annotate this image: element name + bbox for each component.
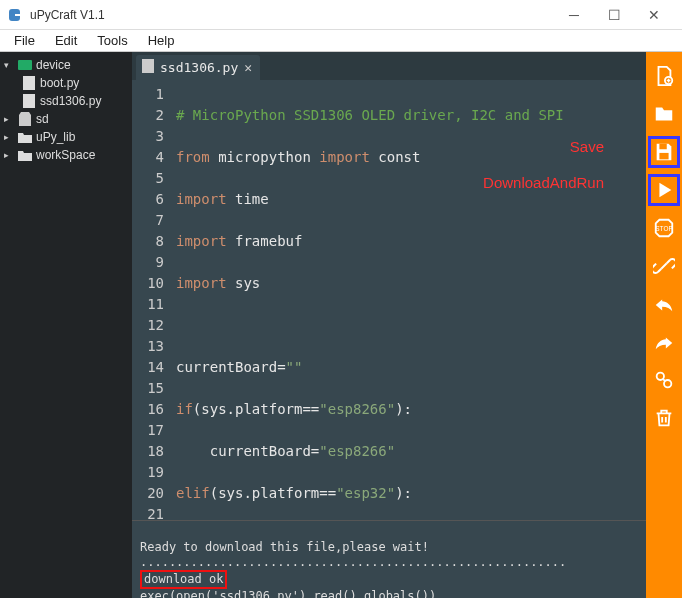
save-button[interactable] [650,138,678,166]
tree-label: workSpace [36,148,95,162]
menu-help[interactable]: Help [140,31,183,50]
open-file-button[interactable] [650,100,678,128]
editor-area: Save DownloadAndRun ssd1306.py ✕ 1 2 3 4… [132,52,646,598]
download-run-button[interactable] [650,176,678,204]
expand-icon: ▸ [4,114,14,124]
toolbar: STOP [646,52,682,598]
menu-tools[interactable]: Tools [89,31,135,50]
file-tree: ▾ device boot.py ssd1306.py ▸ sd ▸ uPy_l… [0,52,132,598]
tab-close-icon[interactable]: ✕ [244,60,252,75]
app-icon [8,7,24,23]
tree-label: uPy_lib [36,130,75,144]
code-editor[interactable]: 1 2 3 4 5 6 7 ▣8 9 ▣10 11 ▣12 13 14 15 1… [132,80,646,520]
minimize-button[interactable]: ─ [554,1,594,29]
new-file-button[interactable] [650,62,678,90]
window-title: uPyCraft V1.1 [30,8,554,22]
tree-upylib[interactable]: ▸ uPy_lib [0,128,132,146]
svg-rect-0 [18,60,32,70]
console-line: Ready to download this file,please wait! [140,540,429,554]
download-ok-highlight: download ok [140,570,227,589]
redo-button[interactable] [650,328,678,356]
undo-button[interactable] [650,290,678,318]
svg-point-10 [664,380,671,387]
svg-rect-5 [659,144,666,150]
tabbar: ssd1306.py ✕ [132,52,646,80]
board-icon [18,58,32,72]
tree-label: boot.py [40,76,79,90]
tree-workspace[interactable]: ▸ workSpace [0,146,132,164]
sd-icon [18,112,32,126]
titlebar: uPyCraft V1.1 ─ ☐ ✕ [0,0,682,30]
close-button[interactable]: ✕ [634,1,674,29]
tree-file-boot[interactable]: boot.py [0,74,132,92]
tree-label: ssd1306.py [40,94,101,108]
line-gutter: 1 2 3 4 5 6 7 ▣8 9 ▣10 11 ▣12 13 14 15 1… [132,80,170,520]
menu-file[interactable]: File [6,31,43,50]
svg-rect-2 [23,94,35,108]
connect-button[interactable] [650,252,678,280]
tree-label: sd [36,112,49,126]
file-icon [142,59,154,76]
svg-rect-6 [659,153,668,159]
maximize-button[interactable]: ☐ [594,1,634,29]
window-controls: ─ ☐ ✕ [554,1,674,29]
syntax-check-button[interactable] [650,366,678,394]
svg-point-9 [657,373,664,380]
tab-label: ssd1306.py [160,60,238,75]
tab-ssd1306[interactable]: ssd1306.py ✕ [136,55,260,80]
file-icon [22,76,36,90]
console[interactable]: Ready to download this file,please wait!… [132,520,646,598]
console-line: ........................................… [140,555,566,569]
folder-icon [18,130,32,144]
folder-icon [18,148,32,162]
menubar: File Edit Tools Help [0,30,682,52]
svg-rect-1 [23,76,35,90]
tree-device[interactable]: ▾ device [0,56,132,74]
console-line: exec(open('ssd1306.py').read(),globals()… [140,589,436,598]
stop-button[interactable]: STOP [650,214,678,242]
svg-text:STOP: STOP [655,225,672,232]
menu-edit[interactable]: Edit [47,31,85,50]
tree-file-ssd1306[interactable]: ssd1306.py [0,92,132,110]
collapse-icon: ▾ [4,60,14,70]
clear-button[interactable] [650,404,678,432]
tree-label: device [36,58,71,72]
file-icon [22,94,36,108]
code-content[interactable]: # MicroPython SSD1306 OLED driver, I2C a… [170,80,646,520]
tree-sd[interactable]: ▸ sd [0,110,132,128]
expand-icon: ▸ [4,150,14,160]
expand-icon: ▸ [4,132,14,142]
svg-rect-3 [142,59,154,73]
